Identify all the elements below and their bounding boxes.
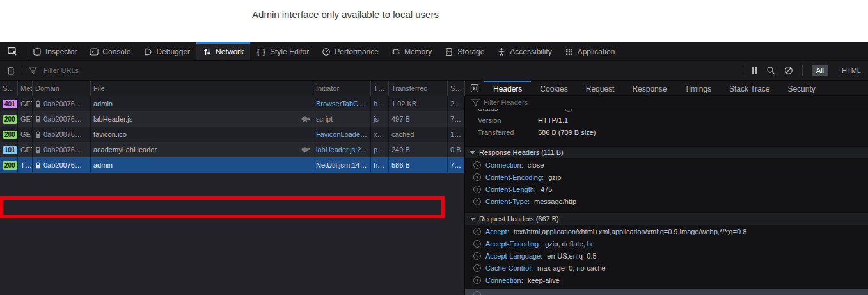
table-row[interactable]: 101 GET 0ab20076… academyLabHeader labHe… — [0, 142, 464, 157]
tab-performance[interactable]: Performance — [315, 42, 385, 60]
tab-application[interactable]: Application — [558, 42, 622, 60]
details-tabbar: Headers Cookies Request Response Timings… — [465, 81, 868, 96]
initiator-cell: labHeader.js:2… — [313, 142, 371, 157]
transferred-label: Transferred — [478, 129, 538, 136]
status-label: Status — [478, 109, 538, 112]
response-headers-section[interactable]: Response Headers (111 B) — [465, 146, 868, 159]
header-row[interactable]: ?Content-Length:475 — [465, 183, 868, 195]
pause-icon[interactable] — [752, 67, 757, 74]
block-icon[interactable] — [784, 66, 793, 75]
network-icon — [203, 47, 212, 56]
type-cell: x… — [371, 127, 389, 142]
tab-inspector[interactable]: Inspector — [26, 42, 83, 60]
help-icon[interactable]: ? — [473, 264, 481, 272]
tab-timings[interactable]: Timings — [675, 81, 720, 95]
col-transferred[interactable]: Transferred — [389, 81, 448, 96]
turtle-slow-icon — [301, 116, 310, 122]
col-domain[interactable]: Domain — [33, 81, 91, 96]
help-icon[interactable]: ? — [473, 198, 481, 205]
tab-label: Debugger — [156, 47, 190, 56]
domain-cell: 0ab20076… — [33, 127, 91, 142]
request-headers-section[interactable]: Request Headers (667 B) — [465, 212, 868, 225]
col-type[interactable]: T… — [371, 81, 389, 96]
clear-requests-icon[interactable] — [6, 66, 15, 76]
size-cell: 2… — [448, 96, 465, 111]
size-cell: 1… — [448, 127, 465, 142]
tab-stack-trace[interactable]: Stack Trace — [720, 81, 778, 95]
initiator-cell: BrowserTabC… — [313, 96, 371, 111]
tab-response[interactable]: Response — [623, 81, 675, 95]
col-initiator[interactable]: Initiator — [313, 81, 371, 96]
help-icon[interactable]: ? — [473, 276, 481, 284]
tab-request[interactable]: Request — [577, 81, 624, 95]
memory-icon — [391, 47, 400, 56]
header-row[interactable]: ?Cache-Control:max-age=0, no-cache — [465, 262, 868, 274]
col-size[interactable]: S… — [448, 81, 465, 96]
size-cell: 7… — [448, 111, 465, 127]
tab-style-editor[interactable]: { } Style Editor — [250, 42, 315, 60]
help-icon[interactable]: ? — [473, 240, 481, 248]
status-badge: 200 — [3, 131, 17, 139]
filter-html-button[interactable]: HTML — [837, 65, 865, 76]
filter-headers-input[interactable]: Filter Headers — [465, 96, 868, 109]
initiator-cell: NetUtil.jsm:14… — [313, 157, 371, 173]
turtle-slow-icon — [301, 147, 310, 153]
header-row[interactable]: ?Content-Encoding:gzip — [465, 171, 868, 183]
header-row[interactable]: ?Connection:keep-alive — [465, 274, 868, 286]
pick-element-button[interactable] — [0, 42, 26, 60]
tab-label: Accessibility — [510, 47, 551, 56]
header-row[interactable]: ?Content-Type:message/http — [465, 195, 868, 207]
status-badge: 401 — [3, 100, 17, 108]
col-file[interactable]: File — [91, 81, 313, 96]
table-row[interactable]: 200 GET 0ab20076… favicon.ico FaviconLoa… — [0, 127, 464, 142]
banner-text: Admin interface only available to local … — [0, 0, 691, 20]
toolbar-separator — [802, 65, 803, 76]
size-cell: 7… — [448, 157, 465, 173]
devtools-panel: Inspector Console Debugger Network { } S… — [0, 42, 868, 295]
help-icon[interactable]: ? — [473, 252, 481, 260]
filter-all-button[interactable]: All — [812, 65, 828, 76]
tab-cookies[interactable]: Cookies — [531, 81, 576, 95]
status-badge: 200 — [3, 161, 17, 170]
col-status[interactable]: S… — [0, 81, 18, 96]
accessibility-icon — [497, 47, 506, 56]
section-title: Request Headers (667 B) — [479, 215, 559, 223]
tab-label: Inspector — [45, 47, 77, 56]
transferred-cell: 497 B — [389, 111, 448, 127]
help-icon[interactable]: ? — [473, 173, 481, 181]
header-row-clipped[interactable]: ? — [465, 289, 868, 295]
header-row[interactable]: ?Connection:close — [465, 159, 868, 171]
table-row[interactable]: 401 GET 0ab20076… admin BrowserTabC… h… … — [0, 96, 464, 111]
type-cell: js — [371, 111, 389, 127]
tab-security[interactable]: Security — [778, 81, 824, 95]
col-method[interactable]: Met — [18, 81, 33, 96]
red-annotation-rectangle — [0, 196, 445, 218]
details-pane-toggle-icon[interactable] — [465, 81, 484, 95]
tab-network[interactable]: Network — [196, 42, 250, 60]
tab-debugger[interactable]: Debugger — [137, 42, 196, 60]
headers-scroll-area[interactable]: Status Version HTTP/1.1 Transferred 586 … — [465, 109, 868, 295]
tab-headers[interactable]: Headers — [484, 81, 531, 95]
filter-urls-input[interactable]: Filter URLs — [43, 67, 79, 74]
disclosure-triangle-icon — [470, 151, 475, 154]
header-row[interactable]: ?Accept-Language:en-US,en;q=0.5 — [465, 250, 868, 262]
help-icon[interactable]: ? — [473, 161, 481, 169]
help-icon[interactable]: ? — [473, 186, 481, 193]
performance-icon — [322, 47, 331, 56]
tab-storage[interactable]: Storage — [438, 42, 491, 60]
header-row[interactable]: ?Accept:text/html,application/xhtml+xml,… — [465, 225, 868, 237]
lock-icon — [35, 116, 41, 123]
method-cell: GET — [18, 142, 33, 157]
help-icon: ? — [473, 291, 481, 295]
table-row[interactable]: 200 GET 0ab20076… labHeader.js script js… — [0, 111, 464, 127]
tab-memory[interactable]: Memory — [385, 42, 438, 60]
tab-accessibility[interactable]: Accessibility — [491, 42, 558, 60]
table-row-selected[interactable]: 200 T… 0ab20076… admin NetUtil.jsm:14… h… — [0, 157, 464, 173]
search-icon[interactable] — [766, 66, 775, 75]
help-icon[interactable]: ? — [473, 228, 481, 235]
transferred-cell: 1.02 KB — [389, 96, 448, 111]
tab-label: Storage — [457, 47, 484, 56]
tab-label: Memory — [404, 47, 432, 56]
header-row[interactable]: ?Accept-Encoding:gzip, deflate, br — [465, 237, 868, 250]
tab-console[interactable]: Console — [83, 42, 137, 60]
